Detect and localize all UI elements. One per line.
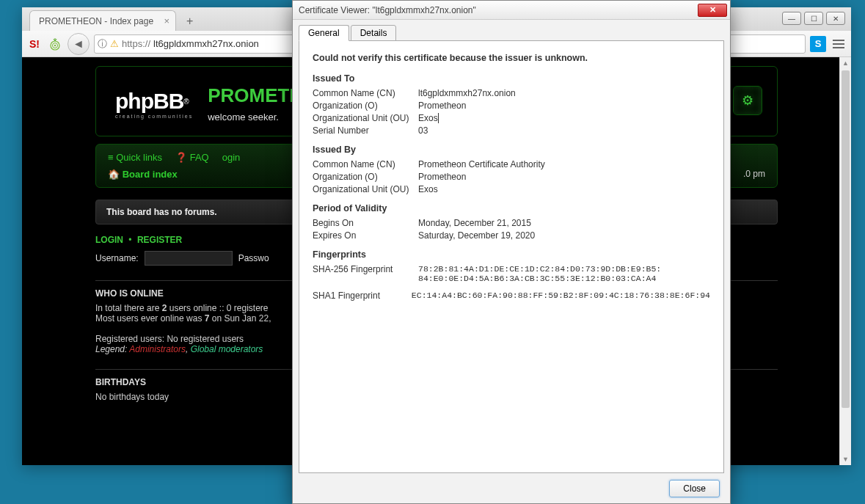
tab-title: PROMETHEON - Index page <box>39 16 153 26</box>
security-warning-icon[interactable]: ⚠ <box>110 38 119 49</box>
close-window-button[interactable]: ✕ <box>826 12 845 25</box>
board-index-link[interactable]: Board index <box>123 169 178 180</box>
issued-by-title: Issued By <box>313 145 710 155</box>
to-ou: Exos <box>418 113 710 123</box>
url-prefix: https:// <box>122 38 150 49</box>
faq-link[interactable]: ❓ FAQ <box>175 152 209 163</box>
browser-tab[interactable]: PROMETHEON - Index page × <box>29 10 176 31</box>
time-text: .0 pm <box>743 169 765 179</box>
menu-bars-icon: ≡ <box>108 152 114 163</box>
new-tab-button[interactable]: + <box>180 12 199 31</box>
username-input[interactable] <box>145 251 233 266</box>
sha1-fp: EC:14:A4:BC:60:FA:90:88:FF:59:B2:8F:09:4… <box>412 291 710 301</box>
password-label: Passwo <box>238 253 269 263</box>
tab-close-icon[interactable]: × <box>164 15 169 26</box>
cert-body: Could not verify this certificate becaus… <box>299 40 724 473</box>
tor-onion-icon[interactable] <box>47 36 63 52</box>
cert-warning: Could not verify this certificate becaus… <box>313 53 710 63</box>
fingerprints-title: Fingerprints <box>313 249 710 260</box>
to-o: Prometheon <box>418 101 710 111</box>
expires-on: Saturday, December 19, 2020 <box>418 230 710 241</box>
issued-to-title: Issued To <box>313 73 710 84</box>
admins-link[interactable]: Administrators <box>129 344 186 354</box>
by-cn: Prometheon Certificate Authority <box>418 159 710 169</box>
username-label: Username: <box>95 253 139 263</box>
info-icon[interactable]: ⓘ <box>98 37 107 51</box>
tab-details[interactable]: Details <box>351 25 397 41</box>
window-controls: — ☐ ✕ <box>782 12 845 25</box>
help-icon: ❓ <box>175 152 187 163</box>
minimize-button[interactable]: — <box>782 12 801 25</box>
to-serial: 03 <box>418 125 710 136</box>
phpbb-logo: phpBB® creating communities <box>115 89 193 119</box>
begins-on: Monday, December 21, 2015 <box>418 218 710 228</box>
logo-subtitle: creating communities <box>115 114 193 119</box>
sha256-fp: 78:2B:81:4A:D1:DE:CE:1D:C2:84:D0:73:9D:D… <box>418 264 710 283</box>
maximize-button[interactable]: ☐ <box>804 12 823 25</box>
home-icon: 🏠 <box>108 169 120 180</box>
mods-link[interactable]: Global moderators <box>191 344 263 354</box>
register-title[interactable]: REGISTER <box>137 235 182 245</box>
hamburger-menu-icon[interactable] <box>831 36 847 52</box>
back-button[interactable]: ◄ <box>67 33 90 55</box>
cert-tabs: General Details <box>293 20 730 40</box>
by-o: Prometheon <box>418 172 710 182</box>
login-link[interactable]: ogin <box>222 152 241 163</box>
by-ou: Exos <box>418 184 710 194</box>
tab-general[interactable]: General <box>299 25 349 41</box>
dialog-title: Certificate Viewer: "lt6gpldxmmxh27nx.on… <box>299 5 698 15</box>
svg-point-2 <box>54 44 56 45</box>
validity-title: Period of Validity <box>313 203 710 213</box>
login-title[interactable]: LOGIN <box>95 235 123 245</box>
legend-label: Legend: <box>95 344 129 354</box>
dialog-close-button[interactable]: ✕ <box>698 4 727 17</box>
quick-links[interactable]: ≡ Quick links <box>108 152 162 163</box>
scroll-down-icon[interactable]: ▼ <box>840 453 851 465</box>
url-domain: lt6gpldxmmxh27nx.onion <box>153 38 259 49</box>
close-button[interactable]: Close <box>669 480 720 497</box>
s-extension-icon[interactable]: S! <box>26 36 43 52</box>
certificate-viewer-dialog: Certificate Viewer: "lt6gpldxmmxh27nx.on… <box>292 0 731 504</box>
gear-icon[interactable]: ⚙ <box>733 86 762 115</box>
scroll-thumb[interactable] <box>842 70 850 408</box>
skype-extension-icon[interactable]: S <box>810 36 826 52</box>
scrollbar[interactable]: ▲ ▼ <box>839 57 851 465</box>
to-cn: lt6gpldxmmxh27nx.onion <box>418 88 710 98</box>
logo-text: phpBB <box>115 89 183 113</box>
scroll-up-icon[interactable]: ▲ <box>840 57 851 69</box>
dialog-titlebar[interactable]: Certificate Viewer: "lt6gpldxmmxh27nx.on… <box>293 1 730 20</box>
